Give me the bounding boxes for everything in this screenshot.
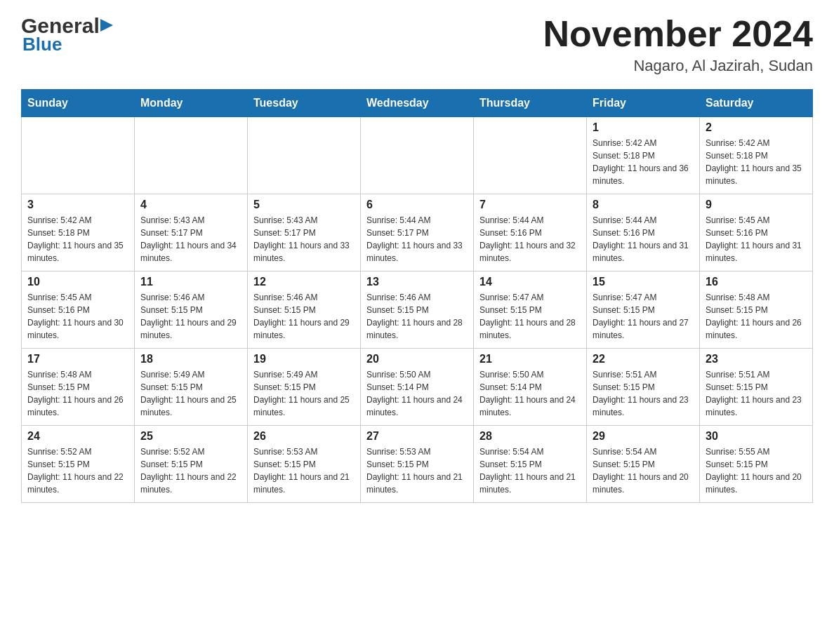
- day-number: 15: [593, 276, 694, 288]
- cell-w1-d6: 1Sunrise: 5:42 AMSunset: 5:18 PMDaylight…: [587, 117, 700, 194]
- day-number: 4: [140, 199, 241, 211]
- col-thursday: Thursday: [474, 90, 587, 117]
- cell-w5-d4: 27Sunrise: 5:53 AMSunset: 5:15 PMDayligh…: [361, 426, 474, 503]
- week-row-2: 3Sunrise: 5:42 AMSunset: 5:18 PMDaylight…: [22, 194, 813, 271]
- day-info: Sunrise: 5:45 AMSunset: 5:16 PMDaylight:…: [706, 214, 807, 264]
- day-info: Sunrise: 5:43 AMSunset: 5:17 PMDaylight:…: [140, 214, 241, 264]
- cell-w1-d4: [361, 117, 474, 194]
- cell-w3-d5: 14Sunrise: 5:47 AMSunset: 5:15 PMDayligh…: [474, 271, 587, 349]
- day-number: 24: [27, 430, 128, 443]
- cell-w1-d1: [22, 117, 135, 194]
- calendar-body: 1Sunrise: 5:42 AMSunset: 5:18 PMDaylight…: [22, 117, 813, 503]
- cell-w2-d1: 3Sunrise: 5:42 AMSunset: 5:18 PMDaylight…: [22, 194, 135, 271]
- day-number: 22: [593, 353, 694, 365]
- day-info: Sunrise: 5:47 AMSunset: 5:15 PMDaylight:…: [479, 291, 581, 342]
- cell-w3-d1: 10Sunrise: 5:45 AMSunset: 5:16 PMDayligh…: [22, 271, 135, 349]
- day-number: 3: [27, 199, 128, 211]
- day-info: Sunrise: 5:46 AMSunset: 5:15 PMDaylight:…: [140, 291, 241, 342]
- page-header: General Blue November 2024 Nagaro, Al Ja…: [21, 14, 813, 75]
- day-info: Sunrise: 5:44 AMSunset: 5:16 PMDaylight:…: [593, 214, 694, 264]
- cell-w3-d2: 11Sunrise: 5:46 AMSunset: 5:15 PMDayligh…: [135, 271, 248, 349]
- day-number: 23: [706, 353, 807, 365]
- day-info: Sunrise: 5:48 AMSunset: 5:15 PMDaylight:…: [706, 291, 807, 342]
- day-info: Sunrise: 5:51 AMSunset: 5:15 PMDaylight:…: [706, 368, 807, 419]
- col-tuesday: Tuesday: [248, 90, 361, 117]
- day-info: Sunrise: 5:46 AMSunset: 5:15 PMDaylight:…: [366, 291, 468, 342]
- location-subtitle: Nagaro, Al Jazirah, Sudan: [543, 57, 813, 75]
- cell-w2-d4: 6Sunrise: 5:44 AMSunset: 5:17 PMDaylight…: [361, 194, 474, 271]
- day-info: Sunrise: 5:49 AMSunset: 5:15 PMDaylight:…: [140, 368, 241, 419]
- day-info: Sunrise: 5:53 AMSunset: 5:15 PMDaylight:…: [366, 445, 468, 496]
- day-info: Sunrise: 5:42 AMSunset: 5:18 PMDaylight:…: [593, 137, 694, 187]
- cell-w5-d3: 26Sunrise: 5:53 AMSunset: 5:15 PMDayligh…: [248, 426, 361, 503]
- day-number: 16: [706, 276, 807, 288]
- day-number: 21: [479, 353, 581, 365]
- col-sunday: Sunday: [22, 90, 135, 117]
- col-saturday: Saturday: [700, 90, 813, 117]
- cell-w4-d6: 22Sunrise: 5:51 AMSunset: 5:15 PMDayligh…: [587, 349, 700, 426]
- day-info: Sunrise: 5:50 AMSunset: 5:14 PMDaylight:…: [479, 368, 581, 419]
- day-info: Sunrise: 5:54 AMSunset: 5:15 PMDaylight:…: [593, 445, 694, 496]
- month-year-title: November 2024: [543, 14, 813, 54]
- day-number: 1: [593, 121, 694, 134]
- cell-w3-d4: 13Sunrise: 5:46 AMSunset: 5:15 PMDayligh…: [361, 271, 474, 349]
- cell-w1-d3: [248, 117, 361, 194]
- day-number: 6: [366, 199, 468, 211]
- cell-w4-d3: 19Sunrise: 5:49 AMSunset: 5:15 PMDayligh…: [248, 349, 361, 426]
- day-number: 17: [27, 353, 128, 365]
- day-info: Sunrise: 5:50 AMSunset: 5:14 PMDaylight:…: [366, 368, 468, 419]
- cell-w5-d2: 25Sunrise: 5:52 AMSunset: 5:15 PMDayligh…: [135, 426, 248, 503]
- cell-w3-d6: 15Sunrise: 5:47 AMSunset: 5:15 PMDayligh…: [587, 271, 700, 349]
- cell-w5-d1: 24Sunrise: 5:52 AMSunset: 5:15 PMDayligh…: [22, 426, 135, 503]
- col-wednesday: Wednesday: [361, 90, 474, 117]
- day-number: 12: [253, 276, 355, 288]
- day-info: Sunrise: 5:49 AMSunset: 5:15 PMDaylight:…: [253, 368, 355, 419]
- cell-w5-d7: 30Sunrise: 5:55 AMSunset: 5:15 PMDayligh…: [700, 426, 813, 503]
- day-info: Sunrise: 5:52 AMSunset: 5:15 PMDaylight:…: [140, 445, 241, 496]
- logo-triangle-icon: [100, 19, 116, 34]
- cell-w4-d1: 17Sunrise: 5:48 AMSunset: 5:15 PMDayligh…: [22, 349, 135, 426]
- day-info: Sunrise: 5:48 AMSunset: 5:15 PMDaylight:…: [27, 368, 128, 419]
- day-info: Sunrise: 5:43 AMSunset: 5:17 PMDaylight:…: [253, 214, 355, 264]
- cell-w1-d7: 2Sunrise: 5:42 AMSunset: 5:18 PMDaylight…: [700, 117, 813, 194]
- week-row-3: 10Sunrise: 5:45 AMSunset: 5:16 PMDayligh…: [22, 271, 813, 349]
- day-info: Sunrise: 5:55 AMSunset: 5:15 PMDaylight:…: [706, 445, 807, 496]
- svg-marker-0: [100, 19, 113, 32]
- cell-w3-d3: 12Sunrise: 5:46 AMSunset: 5:15 PMDayligh…: [248, 271, 361, 349]
- header-row: Sunday Monday Tuesday Wednesday Thursday…: [22, 90, 813, 117]
- week-row-1: 1Sunrise: 5:42 AMSunset: 5:18 PMDaylight…: [22, 117, 813, 194]
- day-info: Sunrise: 5:53 AMSunset: 5:15 PMDaylight:…: [253, 445, 355, 496]
- day-number: 27: [366, 430, 468, 443]
- day-info: Sunrise: 5:44 AMSunset: 5:16 PMDaylight:…: [479, 214, 581, 264]
- col-monday: Monday: [135, 90, 248, 117]
- week-row-5: 24Sunrise: 5:52 AMSunset: 5:15 PMDayligh…: [22, 426, 813, 503]
- cell-w2-d5: 7Sunrise: 5:44 AMSunset: 5:16 PMDaylight…: [474, 194, 587, 271]
- day-number: 7: [479, 199, 581, 211]
- day-number: 9: [706, 199, 807, 211]
- day-number: 14: [479, 276, 581, 288]
- day-number: 10: [27, 276, 128, 288]
- cell-w2-d3: 5Sunrise: 5:43 AMSunset: 5:17 PMDaylight…: [248, 194, 361, 271]
- calendar-header: Sunday Monday Tuesday Wednesday Thursday…: [22, 90, 813, 117]
- day-number: 11: [140, 276, 241, 288]
- day-number: 18: [140, 353, 241, 365]
- day-number: 20: [366, 353, 468, 365]
- day-info: Sunrise: 5:54 AMSunset: 5:15 PMDaylight:…: [479, 445, 581, 496]
- day-info: Sunrise: 5:46 AMSunset: 5:15 PMDaylight:…: [253, 291, 355, 342]
- day-number: 8: [593, 199, 694, 211]
- title-section: November 2024 Nagaro, Al Jazirah, Sudan: [543, 14, 813, 75]
- day-info: Sunrise: 5:45 AMSunset: 5:16 PMDaylight:…: [27, 291, 128, 342]
- day-info: Sunrise: 5:44 AMSunset: 5:17 PMDaylight:…: [366, 214, 468, 264]
- cell-w4-d2: 18Sunrise: 5:49 AMSunset: 5:15 PMDayligh…: [135, 349, 248, 426]
- day-number: 25: [140, 430, 241, 443]
- day-number: 2: [706, 121, 807, 134]
- cell-w2-d6: 8Sunrise: 5:44 AMSunset: 5:16 PMDaylight…: [587, 194, 700, 271]
- day-info: Sunrise: 5:42 AMSunset: 5:18 PMDaylight:…: [706, 137, 807, 187]
- cell-w1-d5: [474, 117, 587, 194]
- col-friday: Friday: [587, 90, 700, 117]
- cell-w5-d5: 28Sunrise: 5:54 AMSunset: 5:15 PMDayligh…: [474, 426, 587, 503]
- cell-w4-d4: 20Sunrise: 5:50 AMSunset: 5:14 PMDayligh…: [361, 349, 474, 426]
- week-row-4: 17Sunrise: 5:48 AMSunset: 5:15 PMDayligh…: [22, 349, 813, 426]
- logo: General Blue: [21, 14, 116, 55]
- cell-w4-d5: 21Sunrise: 5:50 AMSunset: 5:14 PMDayligh…: [474, 349, 587, 426]
